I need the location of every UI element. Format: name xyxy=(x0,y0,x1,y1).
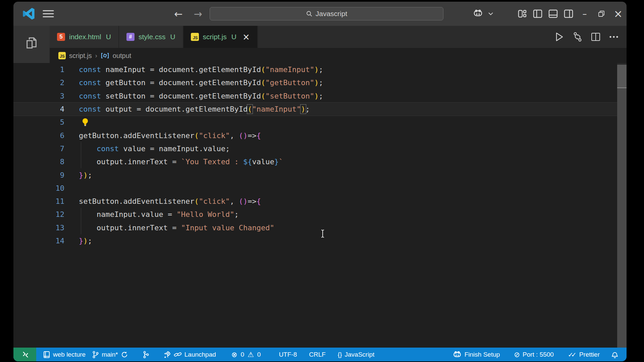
toggle-panel-button[interactable] xyxy=(545,6,561,21)
breadcrumb-file[interactable]: script.js xyxy=(69,52,92,60)
css-file-icon: # xyxy=(126,33,135,41)
breadcrumb-symbol[interactable]: output xyxy=(113,52,131,60)
tab-index-html[interactable]: 5 index.html U xyxy=(50,26,119,48)
code-line[interactable]: 5 xyxy=(13,116,617,129)
explorer-icon xyxy=(25,36,38,50)
tab-label: index.html xyxy=(69,33,101,41)
formatter-indicator[interactable]: ✓✓ Prettier xyxy=(565,348,603,361)
more-actions-button[interactable] xyxy=(607,30,621,44)
notifications-button[interactable] xyxy=(608,348,622,361)
code-text: const value = nameInput.value; xyxy=(79,144,230,153)
book-icon xyxy=(43,351,50,358)
warnings-icon: ⚠ xyxy=(248,351,254,359)
code-text: getButton.addEventListener("click", ()=>… xyxy=(79,131,261,140)
customize-layout-button[interactable] xyxy=(515,6,530,21)
git-branch-icon xyxy=(92,351,99,358)
toggle-sidebar-button[interactable] xyxy=(530,6,545,21)
code-line[interactable]: 12 nameInput.value = "Hello World"; xyxy=(13,208,617,221)
restore-icon xyxy=(598,10,605,17)
copilot-icon xyxy=(473,10,483,18)
git-status-untracked: U xyxy=(170,33,175,41)
bell-icon xyxy=(611,351,619,359)
line-number: 2 xyxy=(13,78,79,87)
code-text: output.innerText = `You Texted : ${value… xyxy=(79,158,283,166)
statusbar-right: Finish Setup ⊘ Port : 5500 ✓✓ Prettier xyxy=(449,348,627,361)
code-text: nameInput.value = "Hello World"; xyxy=(79,210,239,219)
code-text: }); xyxy=(79,237,92,245)
back-button[interactable]: ← xyxy=(171,6,186,21)
tab-label: style.css xyxy=(139,33,166,41)
code-line[interactable]: 11setButton.addEventListener("click", ()… xyxy=(13,195,617,208)
menu-icon[interactable] xyxy=(42,9,54,18)
code-line[interactable]: 8 output.innerText = `You Texted : ${val… xyxy=(13,155,617,168)
sidebar-left-icon xyxy=(533,9,542,18)
code-line[interactable]: 6getButton.addEventListener("click", ()=… xyxy=(13,129,617,142)
code-text: output.innerText = "Input value Changed" xyxy=(79,224,274,232)
sync-icon xyxy=(121,351,128,358)
workspace-indicator[interactable]: web lecture xyxy=(40,348,89,361)
line-number: 3 xyxy=(13,92,79,100)
code-line[interactable]: 4const output = document.getElementById(… xyxy=(13,103,617,116)
code-line[interactable]: 9}); xyxy=(13,168,617,181)
line-number: 12 xyxy=(13,210,79,219)
copilot-icon xyxy=(452,351,462,358)
line-number: 6 xyxy=(13,131,79,140)
split-editor-icon xyxy=(591,33,600,41)
rocket-icon xyxy=(163,351,171,359)
play-icon xyxy=(555,32,564,42)
forward-button[interactable]: → xyxy=(191,6,205,21)
problems-indicator[interactable]: ⊗ 0 ⚠ 0 xyxy=(228,348,264,361)
formatter-label: Prettier xyxy=(579,351,600,358)
double-check-icon: ✓✓ xyxy=(568,351,577,358)
line-number: 8 xyxy=(13,158,79,166)
git-graph-button[interactable] xyxy=(139,348,153,361)
language-label: JavaScript xyxy=(345,351,375,358)
encoding-label: UTF-8 xyxy=(279,351,297,358)
close-button[interactable]: × xyxy=(610,2,627,26)
remote-indicator[interactable] xyxy=(13,348,36,361)
code-text: const output = document.getElementById("… xyxy=(79,105,310,113)
launchpad-label: Launchpad xyxy=(184,351,216,358)
command-center-search[interactable]: Javascript xyxy=(210,7,443,20)
code-text: setButton.addEventListener("click", ()=>… xyxy=(79,197,261,205)
code-line[interactable]: 3const setButton = document.getElementBy… xyxy=(13,89,617,103)
copilot-menu-chevron[interactable] xyxy=(486,6,496,21)
copilot-status[interactable]: Finish Setup xyxy=(449,348,503,361)
js-file-icon: JS xyxy=(191,33,199,41)
line-number: 4 xyxy=(13,105,79,113)
toggle-secondary-sidebar-button[interactable] xyxy=(561,6,576,21)
tab-close-button[interactable]: × xyxy=(243,32,250,42)
code-line[interactable]: 13 output.innerText = "Input value Chang… xyxy=(13,221,617,234)
code-line[interactable]: 10 xyxy=(13,182,617,195)
open-changes-button[interactable] xyxy=(571,30,584,44)
git-branch-indicator[interactable]: main* xyxy=(89,348,131,361)
code-editor[interactable]: 1const nameInput = document.getElementBy… xyxy=(13,63,617,348)
code-line[interactable]: 1const nameInput = document.getElementBy… xyxy=(13,63,617,76)
language-mode-indicator[interactable]: {} JavaScript xyxy=(334,348,378,361)
copilot-button[interactable] xyxy=(470,6,486,21)
code-line[interactable]: 7 const value = nameInput.value; xyxy=(13,142,617,155)
code-line[interactable]: 2const getButton = document.getElementBy… xyxy=(13,76,617,89)
sidebar-item-explorer[interactable] xyxy=(13,30,50,56)
run-file-button[interactable] xyxy=(553,30,566,44)
tab-style-css[interactable]: # style.css U xyxy=(119,26,183,48)
status-bar: web lecture main* xyxy=(13,348,627,361)
eol-indicator[interactable]: CRLF xyxy=(306,348,329,361)
tab-script-js[interactable]: JS script.js U × xyxy=(183,26,258,48)
launchpad-button[interactable]: Launchpad xyxy=(160,348,219,361)
indent-guide xyxy=(81,155,81,168)
scrollbar-thumb[interactable] xyxy=(617,65,627,348)
minimize-button[interactable]: – xyxy=(576,2,593,26)
tab-label: script.js xyxy=(203,33,227,41)
code-line[interactable]: 14}); xyxy=(13,234,617,247)
encoding-indicator[interactable]: UTF-8 xyxy=(275,348,300,361)
vscode-logo-icon xyxy=(22,7,36,20)
indent-guide xyxy=(81,221,81,234)
scrollbar[interactable] xyxy=(617,63,627,348)
lightbulb-icon[interactable] xyxy=(82,118,89,127)
live-server-port[interactable]: ⊘ Port : 5500 xyxy=(511,348,557,361)
code-text: const getButton = document.getElementByI… xyxy=(79,78,323,87)
restore-button[interactable] xyxy=(593,2,610,26)
split-editor-button[interactable] xyxy=(589,30,602,44)
indent-guide xyxy=(81,142,81,155)
